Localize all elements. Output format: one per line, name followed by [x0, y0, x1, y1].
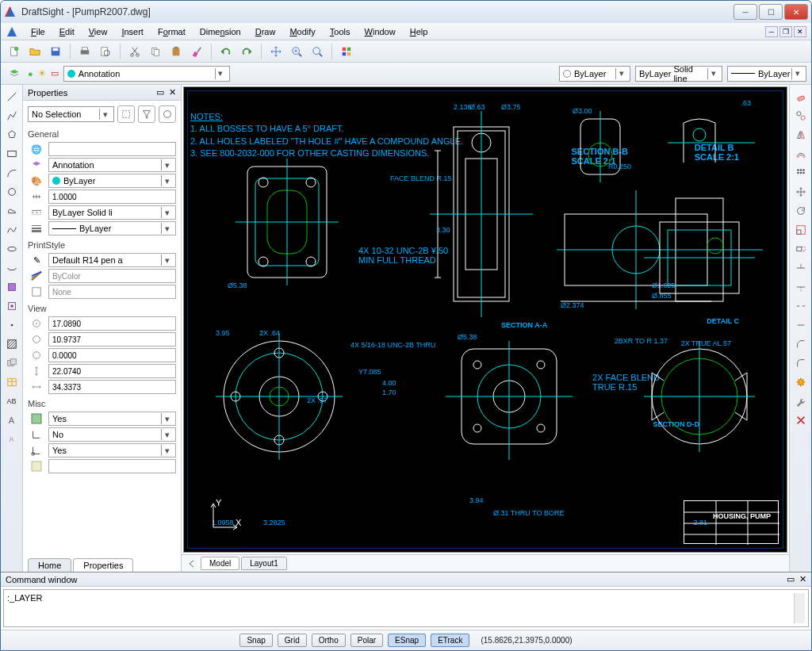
prop-printstyle[interactable]: Default R14 pen a▾ — [48, 253, 176, 267]
menu-help[interactable]: Help — [404, 25, 435, 38]
fillet-tool[interactable] — [792, 354, 810, 372]
zoom-window-button[interactable] — [288, 43, 305, 60]
sel-btn2[interactable] — [138, 105, 155, 123]
view-z[interactable]: 0.0000 — [48, 348, 176, 362]
rotate-tool[interactable] — [792, 202, 810, 220]
mdi-close[interactable]: ✕ — [794, 26, 806, 37]
prop-hyperlink[interactable] — [48, 142, 176, 156]
command-scrollbar[interactable] — [794, 593, 805, 623]
mtext-tool[interactable]: AB — [3, 393, 21, 410]
prop-scale[interactable]: 1.0000 — [48, 190, 176, 204]
misc-v1[interactable]: Yes▾ — [48, 412, 176, 426]
menu-view[interactable]: View — [82, 25, 114, 38]
menu-tools[interactable]: Tools — [324, 25, 357, 38]
command-body[interactable]: :_LAYER — [3, 589, 809, 627]
close-button[interactable]: ✕ — [784, 4, 808, 20]
save-button[interactable] — [47, 43, 64, 60]
misc-v4[interactable] — [48, 459, 176, 473]
break-tool[interactable] — [792, 297, 810, 315]
prop-lineweight[interactable]: ByLayer▾ — [48, 221, 176, 236]
open-button[interactable] — [26, 43, 44, 60]
prop-layer[interactable]: Annotation▾ — [48, 158, 176, 172]
menu-dimension[interactable]: Dimension — [193, 25, 247, 38]
grid-toggle[interactable]: Grid — [278, 634, 307, 647]
tab-properties[interactable]: Properties — [73, 558, 133, 572]
layer-combo[interactable]: Annotation ▾ — [63, 66, 230, 82]
chamfer-tool[interactable] — [792, 335, 810, 353]
point-tool[interactable] — [3, 316, 21, 334]
misc-v3[interactable]: Yes▾ — [48, 443, 176, 458]
arc-tool[interactable] — [3, 164, 21, 182]
undo-button[interactable] — [217, 43, 235, 60]
tab-model[interactable]: Model — [201, 557, 239, 570]
tab-nav-left-icon[interactable] — [186, 558, 197, 569]
new-button[interactable] — [6, 43, 23, 60]
props-tool[interactable] — [792, 393, 810, 410]
mdi-minimize[interactable]: ─ — [765, 26, 778, 37]
cut-button[interactable] — [126, 43, 144, 60]
spline-tool[interactable] — [3, 221, 21, 239]
scale-tool[interactable] — [792, 221, 810, 239]
text-sub-tool[interactable]: A — [3, 431, 21, 448]
table-tool[interactable] — [3, 373, 21, 391]
tab-layout1[interactable]: Layout1 — [241, 557, 287, 570]
menu-draw[interactable]: Draw — [249, 25, 282, 38]
region-tool[interactable] — [3, 354, 21, 372]
print-button[interactable] — [76, 43, 94, 60]
close-panel-icon[interactable]: ✕ — [169, 87, 176, 98]
tab-home[interactable]: Home — [28, 558, 71, 572]
color-combo[interactable]: ByLayer ▾ — [559, 66, 630, 82]
layer-manager-button[interactable] — [6, 65, 23, 82]
redo-button[interactable] — [238, 43, 255, 60]
polar-toggle[interactable]: Polar — [350, 634, 383, 647]
array-tool[interactable] — [792, 164, 810, 182]
linetype-combo[interactable]: ByLayer Solid line ▾ — [635, 66, 722, 82]
ellipse-tool[interactable] — [3, 240, 21, 258]
polyline-tool[interactable] — [3, 107, 21, 124]
maximize-button[interactable]: ☐ — [759, 4, 783, 20]
float-icon[interactable]: ▭ — [156, 87, 164, 98]
print-preview-button[interactable] — [97, 43, 114, 60]
ortho-toggle[interactable]: Ortho — [312, 634, 346, 647]
join-tool[interactable] — [792, 316, 810, 334]
prop-linetype[interactable]: ByLayer Solid li▾ — [48, 205, 176, 220]
drawing-canvas[interactable]: NOTES: 1. ALL BOSSES TO HAVE A 5° DRAFT.… — [183, 86, 787, 553]
erase-tool[interactable] — [792, 88, 810, 105]
text-tool[interactable]: A — [3, 412, 21, 429]
rectangle-tool[interactable] — [3, 145, 21, 163]
copy-button[interactable] — [147, 43, 164, 60]
etrack-toggle[interactable]: ETrack — [431, 634, 469, 647]
polygon-tool[interactable] — [3, 126, 21, 144]
hatch-tool[interactable] — [3, 335, 21, 353]
sel-btn3[interactable] — [159, 105, 176, 123]
lineweight-combo[interactable]: ByLayer ▾ — [727, 66, 806, 82]
revcloud-tool[interactable] — [3, 202, 21, 220]
selection-combo[interactable]: No Selection ▾ — [28, 106, 114, 122]
move-tool[interactable] — [792, 183, 810, 201]
stretch-tool[interactable] — [792, 240, 810, 258]
menu-insert[interactable]: Insert — [115, 25, 150, 38]
view-w[interactable]: 34.3373 — [48, 380, 176, 394]
cmd-close-icon[interactable]: ✕ — [799, 574, 806, 584]
view-h[interactable]: 22.0740 — [48, 364, 176, 378]
view-x[interactable]: 17.0890 — [48, 316, 176, 331]
ellipse-arc-tool[interactable] — [3, 259, 21, 277]
copy-modify-tool[interactable] — [792, 107, 810, 124]
properties-button[interactable] — [338, 43, 355, 60]
pan-button[interactable] — [267, 43, 285, 60]
trim-tool[interactable] — [792, 259, 810, 277]
menu-edit[interactable]: Edit — [53, 25, 81, 38]
menu-file[interactable]: File — [25, 25, 52, 38]
mirror-tool[interactable] — [792, 126, 810, 144]
misc-v2[interactable]: No▾ — [48, 427, 176, 442]
view-y[interactable]: 10.9737 — [48, 332, 176, 347]
esnap-toggle[interactable]: ESnap — [388, 634, 426, 647]
snap-toggle[interactable]: Snap — [239, 634, 272, 647]
offset-tool[interactable] — [792, 145, 810, 163]
prop-color[interactable]: ByLayer▾ — [48, 174, 176, 188]
menu-window[interactable]: Window — [358, 25, 402, 38]
delete-tool[interactable] — [792, 412, 810, 429]
menu-format[interactable]: Format — [151, 25, 192, 38]
make-block-tool[interactable] — [3, 297, 21, 315]
insert-block-tool[interactable] — [3, 278, 21, 296]
